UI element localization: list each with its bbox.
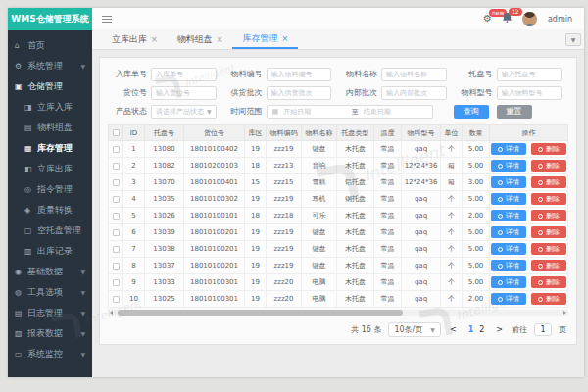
table-cell: 13082 xyxy=(145,158,184,174)
delete-button[interactable]: 删除 xyxy=(531,210,566,221)
table-row: 5130261801010010118zzz18可乐木托盘常温qaq个2.00详… xyxy=(109,208,568,224)
detail-button[interactable]: 详情 xyxy=(491,143,526,155)
tab-material-group[interactable]: 物料组盘× xyxy=(168,29,233,49)
delete-button[interactable]: 删除 xyxy=(531,260,566,271)
delete-button[interactable]: 删除 xyxy=(531,293,566,305)
tab-outbound[interactable]: 立库出库× xyxy=(102,29,168,49)
tab-inventory[interactable]: 库存管理× xyxy=(232,29,298,49)
delete-button[interactable]: 删除 xyxy=(531,160,566,172)
sidebar-item-logs[interactable]: ▤日志管理▼ xyxy=(8,303,92,323)
sidebar-item-command[interactable]: ◎指令管理 xyxy=(8,179,92,200)
date-range-picker[interactable]: ▦ 开始日期 至 结束日期 xyxy=(267,105,433,119)
delete-button[interactable]: 删除 xyxy=(531,276,566,288)
table-cell: 常温 xyxy=(374,224,402,241)
goto-page-input[interactable] xyxy=(534,323,552,336)
row-checkbox[interactable] xyxy=(113,179,120,186)
tab-close-icon[interactable]: × xyxy=(151,35,158,44)
sidebar-item-reports[interactable]: ▧报表数据▼ xyxy=(8,323,92,344)
detail-button[interactable]: 详情 xyxy=(491,176,526,188)
sidebar-item-monitor[interactable]: ▭系统监控▼ xyxy=(8,344,92,365)
row-checkbox[interactable] xyxy=(113,246,120,253)
pallet-no-input[interactable] xyxy=(497,68,563,81)
row-checkbox[interactable] xyxy=(113,279,120,286)
sidebar-item-outbound-record[interactable]: ▥出库记录 xyxy=(8,241,92,262)
detail-button-label: 详情 xyxy=(506,144,519,154)
inbound-no-input[interactable] xyxy=(151,68,217,81)
material-no-input[interactable] xyxy=(267,68,332,81)
detail-button[interactable]: 详情 xyxy=(491,260,526,271)
delete-button[interactable]: 删除 xyxy=(531,176,566,188)
scrollbar-thumb[interactable] xyxy=(118,310,403,316)
detail-button[interactable]: 详情 xyxy=(491,210,526,221)
table-row: 3130701801010040115zzz15雪糕铝托盘常温12*24*36箱… xyxy=(109,174,568,191)
row-checkbox[interactable] xyxy=(113,296,120,303)
field-label-product-status: 产品状态 xyxy=(108,106,151,117)
table-cell: 2 xyxy=(123,158,145,174)
search-button[interactable]: 查询 xyxy=(454,105,489,119)
detail-button[interactable]: 详情 xyxy=(491,193,526,205)
user-avatar[interactable] xyxy=(522,12,537,26)
horizontal-scrollbar[interactable] xyxy=(108,310,568,316)
scroll-right-arrow-icon[interactable] xyxy=(564,311,566,315)
material-name-input[interactable] xyxy=(381,68,447,81)
menu-toggle-icon[interactable] xyxy=(102,16,112,23)
supply-batch-input[interactable] xyxy=(267,86,332,100)
app-window: Intelligent Intelligent Intelligent Inte… xyxy=(8,8,584,377)
table-cell: 12*24*36 xyxy=(402,158,441,174)
sidebar-item-system[interactable]: ⚙系统管理▼ xyxy=(8,56,92,76)
detail-button[interactable]: 详情 xyxy=(491,293,526,305)
sidebar-item-warehouse[interactable]: ▣仓储管理 xyxy=(8,76,92,97)
internal-batch-input[interactable] xyxy=(381,86,447,100)
info-circle-icon xyxy=(498,247,503,252)
select-all-checkbox[interactable] xyxy=(113,129,120,136)
delete-button[interactable]: 删除 xyxy=(531,243,566,255)
sidebar-item-inbound[interactable]: ◨立库入库 xyxy=(8,97,92,118)
table-cell: 个 xyxy=(441,274,463,291)
row-checkbox[interactable] xyxy=(113,146,120,153)
page-number-1[interactable]: 1 xyxy=(466,325,477,334)
detail-button[interactable]: 详情 xyxy=(491,243,526,255)
row-actions-cell: 详情删除 xyxy=(490,141,568,158)
reset-button[interactable]: 重置 xyxy=(497,105,532,119)
scroll-left-arrow-icon[interactable] xyxy=(110,311,113,315)
goto-label: 前往 xyxy=(512,324,527,335)
delete-button[interactable]: 删除 xyxy=(531,143,566,155)
sidebar-item-material-group[interactable]: ▤物料组盘 xyxy=(8,118,92,138)
row-checkbox[interactable] xyxy=(113,213,120,220)
row-checkbox[interactable] xyxy=(113,163,120,170)
material-model-input[interactable] xyxy=(497,86,563,100)
prev-page-button[interactable]: < xyxy=(448,325,459,334)
sidebar-item-label: 立库出库 xyxy=(37,163,85,175)
form-field-inbound-no: 入库单号 xyxy=(108,68,223,81)
row-checkbox[interactable] xyxy=(113,196,120,203)
detail-button[interactable]: 详情 xyxy=(491,276,526,288)
settings-gear-icon[interactable]: ⚙new xyxy=(483,14,492,24)
sidebar-item-base-data[interactable]: ◉基础数据▼ xyxy=(8,262,92,282)
row-actions: 详情删除 xyxy=(490,243,567,255)
delete-button[interactable]: 删除 xyxy=(531,193,566,205)
delete-button[interactable]: 删除 xyxy=(531,226,566,238)
next-page-button[interactable]: > xyxy=(494,325,505,334)
row-actions-cell: 详情删除 xyxy=(490,208,568,224)
sidebar-item-inventory[interactable]: ▦库存管理 xyxy=(8,138,92,159)
notification-bell-icon[interactable]: 12 xyxy=(503,13,512,24)
sidebar-item-empty-pallet[interactable]: ▢空托盘管理 xyxy=(8,220,92,241)
sidebar-item-quality[interactable]: ◈质量转换 xyxy=(8,200,92,220)
detail-button[interactable]: 详情 xyxy=(491,160,526,172)
page-number-2[interactable]: 2 xyxy=(476,325,487,334)
tab-overflow-chevron-down-icon[interactable]: ▼ xyxy=(565,33,581,46)
table-cell: zzz19 xyxy=(267,258,302,274)
tab-close-icon[interactable]: × xyxy=(217,35,223,44)
location-no-input[interactable] xyxy=(151,86,217,100)
detail-button-label: 详情 xyxy=(506,227,519,237)
row-checkbox[interactable] xyxy=(113,229,120,236)
product-status-select[interactable]: 请选择产品状态▼ xyxy=(151,105,217,119)
sidebar-item-tools[interactable]: ◍工具选项▼ xyxy=(8,282,92,303)
remove-circle-icon xyxy=(538,247,543,252)
tab-close-icon[interactable]: × xyxy=(281,34,288,43)
page-size-select[interactable]: 10条/页▼ xyxy=(388,322,441,337)
sidebar-item-outbound[interactable]: ◧立库出库 xyxy=(8,159,92,179)
sidebar-item-home[interactable]: ⌂首页 xyxy=(8,35,92,56)
detail-button[interactable]: 详情 xyxy=(491,226,526,238)
row-checkbox[interactable] xyxy=(113,263,120,270)
